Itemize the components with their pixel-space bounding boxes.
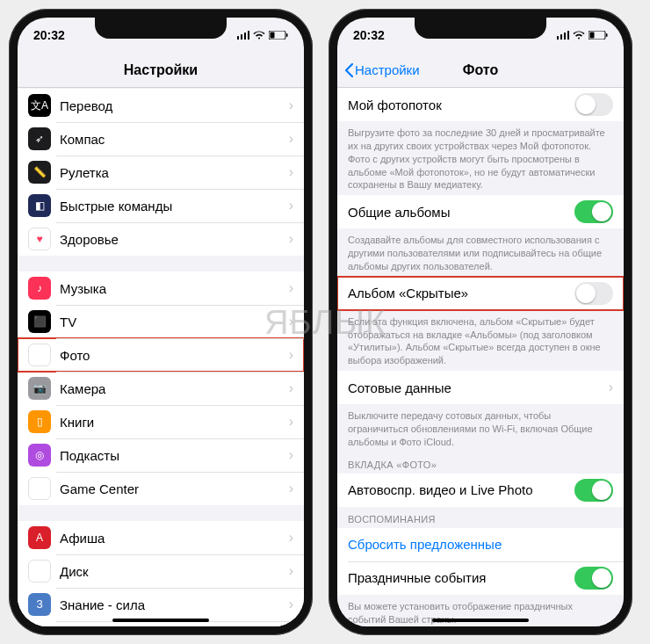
row-reset-suggested[interactable]: Сбросить предложенные: [337, 528, 624, 561]
row-autoplay[interactable]: Автовоспр. видео и Live Photo: [337, 474, 624, 507]
app-icon: A: [28, 526, 51, 549]
row-label: Автовоспр. видео и Live Photo: [348, 482, 574, 497]
toggle-photostream[interactable]: [574, 93, 613, 116]
row-label: Сотовые данные: [348, 380, 609, 395]
toggle-hidden-album[interactable]: [574, 282, 613, 305]
settings-row-game-center[interactable]: ●●Game Center›: [18, 472, 304, 505]
chevron-right-icon: ›: [289, 280, 293, 296]
footer-shared: Создавайте альбомы для совместного испол…: [337, 228, 624, 277]
settings-row-фото[interactable]: ✿Фото›: [18, 338, 304, 372]
battery-icon: [589, 31, 608, 40]
toggle-holidays[interactable]: [574, 567, 613, 590]
settings-row-быстрые-команды[interactable]: ◧Быстрые команды›: [18, 189, 304, 222]
app-icon: ⬛: [28, 310, 51, 333]
status-time: 20:32: [353, 28, 385, 42]
chevron-right-icon: ›: [289, 414, 293, 430]
chevron-right-icon: ›: [289, 198, 293, 213]
app-icon: ▯: [28, 410, 51, 433]
row-label: Здоровье: [60, 232, 289, 247]
chevron-right-icon: ›: [289, 380, 293, 396]
page-title: Настройки: [124, 62, 198, 78]
cellular-icon: [557, 31, 570, 40]
row-label: Мой фотопоток: [348, 98, 574, 112]
footer-hidden: Если эта функция включена, альбом «Скрыт…: [337, 310, 624, 371]
chevron-right-icon: ›: [609, 380, 613, 395]
row-label: Фото: [60, 348, 289, 363]
chevron-right-icon: ›: [289, 530, 293, 546]
row-label: Перевод: [60, 98, 289, 113]
svg-rect-4: [606, 33, 608, 37]
chevron-left-icon: [344, 63, 353, 77]
app-icon: 📏: [28, 161, 51, 184]
row-label: Афиша: [60, 531, 289, 546]
cellular-icon: [237, 31, 250, 40]
settings-row-камера[interactable]: 📷Камера›: [18, 372, 304, 405]
wifi-icon: [253, 31, 265, 40]
row-label: Подкасты: [60, 448, 289, 463]
chevron-right-icon: ›: [289, 563, 293, 579]
row-hidden-album[interactable]: Альбом «Скрытые»: [337, 277, 624, 310]
row-label: Праздничные события: [348, 570, 574, 585]
row-label: TV: [60, 315, 289, 329]
app-icon: ◧: [28, 194, 51, 217]
row-label: Сбросить предложенные: [348, 537, 613, 552]
chevron-right-icon: ›: [289, 131, 293, 147]
footer-cellular: Выключите передачу сотовых данных, чтобы…: [337, 404, 624, 452]
row-holidays[interactable]: Праздничные события: [337, 561, 624, 595]
svg-rect-2: [271, 33, 275, 39]
settings-row-афиша[interactable]: AАфиша›: [18, 521, 304, 554]
app-icon: ♪: [28, 277, 51, 300]
row-label: Альбом «Скрытые»: [348, 286, 574, 300]
settings-row-знание---сила[interactable]: ЗЗнание - сила›: [18, 588, 304, 621]
chevron-right-icon: ›: [289, 314, 293, 329]
row-my-photostream[interactable]: Мой фотопоток: [337, 88, 624, 121]
status-time: 20:32: [33, 28, 65, 42]
settings-row-перевод[interactable]: 文AПеревод›: [18, 89, 304, 122]
row-label: Знание - сила: [60, 597, 289, 612]
nav-bar: Настройки Фото: [337, 53, 624, 88]
chevron-right-icon: ›: [289, 597, 293, 612]
toggle-autoplay[interactable]: [574, 479, 613, 502]
notch: [95, 18, 227, 39]
chevron-right-icon: ›: [289, 481, 293, 496]
settings-content[interactable]: 文AПеревод›➶Компас›📏Рулетка›◧Быстрые кома…: [18, 88, 304, 626]
settings-row-подкасты[interactable]: ◎Подкасты›: [18, 438, 304, 472]
wifi-icon: [573, 31, 585, 40]
app-icon: ✿: [28, 344, 51, 366]
settings-row-диск[interactable]: ◐Диск›: [18, 554, 304, 588]
back-label: Настройки: [355, 62, 420, 77]
settings-row-музыка[interactable]: ♪Музыка›: [18, 271, 304, 305]
home-indicator[interactable]: [112, 619, 209, 622]
phone-right: 20:32 Настройки Фото Мой фотопоток: [329, 9, 632, 635]
chevron-right-icon: ›: [289, 164, 293, 180]
app-icon: ♥: [28, 228, 51, 250]
row-label: Книги: [60, 415, 289, 430]
row-label: Музыка: [60, 281, 289, 296]
home-indicator[interactable]: [432, 619, 529, 622]
chevron-right-icon: ›: [289, 98, 293, 113]
row-label: Камера: [60, 381, 289, 396]
notch: [415, 18, 546, 39]
back-button[interactable]: Настройки: [344, 62, 420, 77]
chevron-right-icon: ›: [289, 231, 293, 247]
row-label: Быстрые команды: [60, 199, 289, 213]
row-cellular-data[interactable]: Сотовые данные ›: [337, 371, 624, 404]
settings-row-компас[interactable]: ➶Компас›: [18, 122, 304, 156]
battery-icon: [269, 31, 288, 40]
svg-rect-1: [286, 33, 288, 37]
svg-rect-5: [590, 33, 595, 39]
toggle-shared-albums[interactable]: [574, 200, 613, 223]
settings-row-здоровье[interactable]: ♥Здоровье›: [18, 222, 304, 256]
header-phototab: ВКЛАДКА «ФОТО»: [337, 452, 624, 474]
row-shared-albums[interactable]: Общие альбомы: [337, 195, 624, 228]
app-icon: ◐: [28, 560, 51, 582]
row-label: Компас: [60, 132, 289, 147]
app-icon: ◎: [28, 444, 51, 467]
settings-row-рулетка[interactable]: 📏Рулетка›: [18, 156, 304, 189]
phone-left: 20:32 Настройки 文AПеревод›➶Компас›📏Рулет…: [9, 9, 313, 635]
settings-row-tv[interactable]: ⬛TV›: [18, 305, 304, 338]
photos-settings-content[interactable]: Мой фотопоток Выгрузите фото за последни…: [337, 88, 624, 626]
row-label: Game Center: [60, 481, 289, 496]
chevron-right-icon: ›: [289, 447, 293, 463]
settings-row-книги[interactable]: ▯Книги›: [18, 405, 304, 438]
